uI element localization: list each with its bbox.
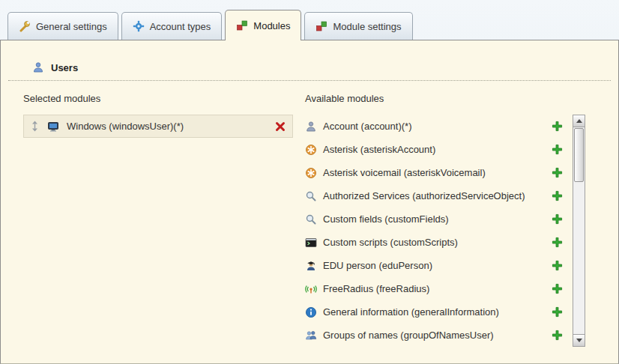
available-module-row: Account (account)(*) bbox=[305, 115, 570, 138]
windows-icon bbox=[47, 121, 59, 133]
add-module-button[interactable] bbox=[552, 144, 563, 155]
info-icon bbox=[305, 306, 317, 318]
available-module-label: Asterisk voicemail (asteriskVoicemail) bbox=[323, 167, 546, 178]
available-modules-scrollbar[interactable] bbox=[573, 115, 585, 347]
tab-bar: General settingsAccount typesModulesModu… bbox=[0, 0, 619, 40]
tab-label: Account types bbox=[150, 21, 211, 32]
tab-label: General settings bbox=[36, 21, 107, 32]
available-modules-list: Account (account)(*)Asterisk (asteriskAc… bbox=[305, 115, 570, 347]
add-module-button[interactable] bbox=[552, 121, 563, 132]
add-module-button[interactable] bbox=[552, 260, 563, 271]
content-panel: Users Selected modules Windows (windowsU… bbox=[0, 40, 619, 364]
available-module-label: FreeRadius (freeRadius) bbox=[323, 283, 546, 294]
drag-handle[interactable] bbox=[30, 121, 40, 132]
arrow-down-icon bbox=[576, 339, 582, 342]
available-module-label: Account (account)(*) bbox=[323, 121, 546, 132]
account-icon bbox=[305, 121, 317, 133]
available-module-row: Custom fields (customFields) bbox=[305, 207, 570, 231]
lam-configuration-page: General settingsAccount typesModulesModu… bbox=[0, 0, 619, 364]
available-module-label: Groups of names (groupOfNamesUser) bbox=[323, 330, 546, 341]
available-module-row: General information (generalInformation) bbox=[305, 300, 570, 324]
add-module-button[interactable] bbox=[552, 213, 563, 225]
asterisk-icon bbox=[305, 144, 317, 156]
available-module-label: Authorized Services (authorizedServiceOb… bbox=[323, 190, 546, 201]
available-module-row: Custom scripts (customScripts) bbox=[305, 231, 570, 254]
available-module-label: Asterisk (asteriskAccount) bbox=[323, 144, 546, 155]
selected-modules-column: Selected modules Windows (windowsUser)(*… bbox=[23, 93, 293, 347]
add-module-button[interactable] bbox=[552, 190, 563, 201]
available-module-label: EDU person (eduPerson) bbox=[323, 260, 546, 271]
available-modules-column: Available modules Account (account)(*)As… bbox=[305, 93, 585, 347]
tab-general-settings[interactable]: General settings bbox=[7, 12, 118, 40]
modules-columns: Selected modules Windows (windowsUser)(*… bbox=[1, 81, 618, 347]
selected-modules-list: Windows (windowsUser)(*) bbox=[23, 115, 293, 138]
scroll-down-button[interactable] bbox=[573, 334, 585, 346]
selected-modules-heading: Selected modules bbox=[23, 93, 293, 104]
tab-account-types[interactable]: Account types bbox=[121, 12, 223, 40]
section-title: Users bbox=[51, 62, 78, 73]
add-module-button[interactable] bbox=[552, 330, 563, 341]
available-module-label: General information (generalInformation) bbox=[323, 306, 546, 318]
freeradius-icon bbox=[305, 283, 317, 295]
users-section-header: Users bbox=[8, 61, 611, 81]
add-module-button[interactable] bbox=[552, 306, 563, 318]
terminal-icon bbox=[305, 237, 317, 249]
available-module-row: Asterisk voicemail (asteriskVoicemail) bbox=[305, 161, 570, 184]
asterisk-icon bbox=[305, 167, 317, 179]
tab-module-settings[interactable]: Module settings bbox=[304, 12, 412, 40]
gear-icon bbox=[133, 20, 145, 32]
available-module-label: Custom fields (customFields) bbox=[323, 213, 546, 225]
scrollbar-track[interactable] bbox=[573, 127, 585, 334]
available-module-label: Custom scripts (customScripts) bbox=[323, 237, 546, 248]
tab-label: Module settings bbox=[333, 21, 401, 32]
tools-icon bbox=[19, 20, 31, 32]
group-icon bbox=[305, 330, 317, 342]
remove-module-button[interactable] bbox=[274, 121, 286, 133]
users-icon bbox=[32, 61, 44, 73]
tab-modules[interactable]: Modules bbox=[225, 10, 301, 40]
scrollbar-thumb[interactable] bbox=[574, 128, 584, 182]
add-module-button[interactable] bbox=[552, 167, 563, 178]
scroll-up-button[interactable] bbox=[573, 115, 585, 127]
selected-module-row: Windows (windowsUser)(*) bbox=[23, 115, 293, 138]
tab-label: Modules bbox=[253, 20, 290, 31]
available-module-row: Groups of names (groupOfNamesUser) bbox=[305, 324, 570, 347]
modules-icon bbox=[236, 19, 248, 31]
available-module-row: EDU person (eduPerson) bbox=[305, 254, 570, 277]
arrow-up-icon bbox=[576, 119, 582, 123]
available-modules-wrap: Account (account)(*)Asterisk (asteriskAc… bbox=[305, 115, 585, 347]
available-module-row: Asterisk (asteriskAccount) bbox=[305, 138, 570, 161]
add-module-button[interactable] bbox=[552, 283, 563, 294]
available-module-row: Authorized Services (authorizedServiceOb… bbox=[305, 184, 570, 207]
add-module-button[interactable] bbox=[552, 237, 563, 248]
magnifier-icon bbox=[305, 190, 317, 202]
edu-person-icon bbox=[305, 260, 317, 272]
available-module-row: FreeRadius (freeRadius) bbox=[305, 277, 570, 300]
module-settings-icon bbox=[315, 20, 327, 32]
magnifier-icon bbox=[305, 213, 317, 225]
selected-module-label: Windows (windowsUser)(*) bbox=[67, 121, 267, 132]
available-modules-heading: Available modules bbox=[305, 93, 585, 104]
